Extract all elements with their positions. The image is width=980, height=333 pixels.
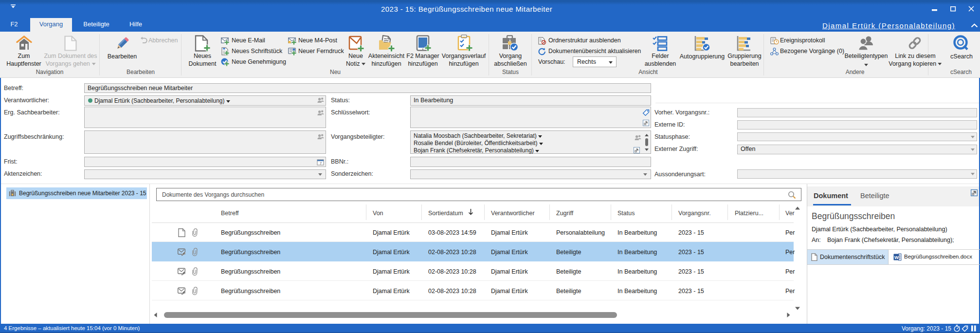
svg-text:7: 7 <box>320 161 322 166</box>
svg-text:W: W <box>894 255 899 260</box>
